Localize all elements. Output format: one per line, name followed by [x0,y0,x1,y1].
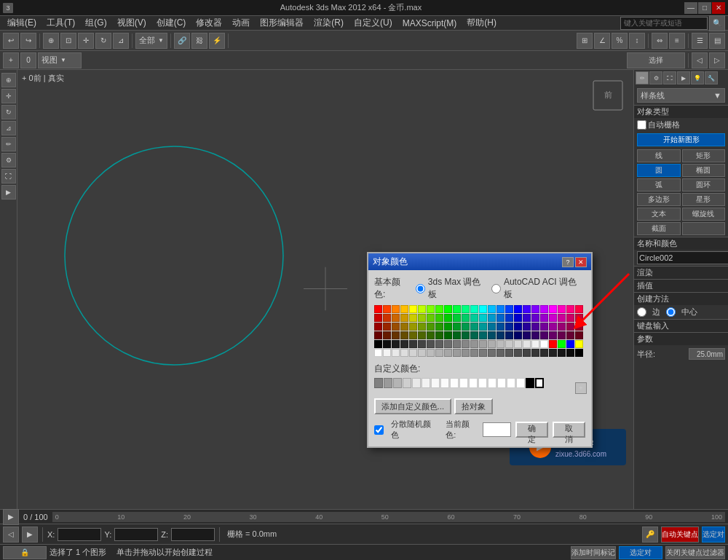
palette-cell-35[interactable] [470,314,478,322]
palette-cell-125[interactable] [418,349,426,357]
viewport-name-dropdown[interactable]: 视图 [38,52,82,68]
palette-cell-105[interactable] [453,340,461,348]
viewcube[interactable]: 前 [590,77,626,114]
lt-hierarchy-btn[interactable]: ⛶ [1,169,16,184]
shape-btn-section[interactable]: 截面 [637,222,681,235]
palette-cell-11[interactable] [470,305,478,313]
palette-cell-1[interactable] [383,305,391,313]
custom-swatch-0[interactable] [374,378,383,388]
custom-swatch-7[interactable] [440,378,449,388]
menu-customize[interactable]: 自定义(U) [349,15,397,31]
menu-graph-editor[interactable]: 图形编辑器 [256,15,308,31]
custom-swatch-2[interactable] [393,378,402,388]
palette-cell-0[interactable] [374,305,382,313]
palette-cell-50[interactable] [392,323,400,331]
palette-cell-54[interactable] [427,323,435,331]
palette-cell-137[interactable] [523,349,531,357]
dialog-close-button[interactable]: ✕ [575,257,587,267]
menu-render[interactable]: 渲染(R) [309,15,348,31]
palette-cell-70[interactable] [566,323,574,331]
palette-cell-7[interactable] [435,305,443,313]
palette-cell-52[interactable] [409,323,417,331]
palette-cell-49[interactable] [383,323,391,331]
palette-cell-92[interactable] [549,331,557,339]
palette-cell-102[interactable] [427,340,435,348]
palette-cell-91[interactable] [540,331,548,339]
random-color-checkbox[interactable] [374,425,384,435]
palette-cell-112[interactable] [514,340,522,348]
palette-cell-55[interactable] [435,323,443,331]
ribbon-button[interactable]: ▤ [709,33,725,49]
palette-cell-30[interactable] [427,314,435,322]
angle-snap-button[interactable]: ∠ [594,33,610,49]
palette-cell-132[interactable] [479,349,487,357]
custom-swatch-8[interactable] [450,378,459,388]
palette-cell-10[interactable] [462,305,470,313]
shape-btn-star[interactable]: 星形 [682,193,726,206]
palette-cell-109[interactable] [488,340,496,348]
palette-cell-48[interactable] [374,323,382,331]
palette-cell-42[interactable] [531,314,539,322]
palette-cell-94[interactable] [566,331,574,339]
palette-cell-89[interactable] [523,331,531,339]
palette-cell-77[interactable] [418,331,426,339]
add-custom-color-button[interactable]: 添加自定义颜色... [374,398,451,414]
palette-cell-78[interactable] [427,331,435,339]
rp-icon-create[interactable]: ✏ [636,71,649,84]
lt-rotate-btn[interactable]: ↻ [1,105,16,119]
shape-btn-ellipse[interactable]: 椭圆 [682,164,726,177]
rp-icon-motion[interactable]: ▶ [677,71,690,84]
palette-cell-124[interactable] [409,349,417,357]
palette-cell-113[interactable] [523,340,531,348]
custom-swatch-16[interactable] [526,378,534,388]
x-input[interactable] [58,528,101,541]
palette-cell-119[interactable] [575,340,583,348]
palette-cell-128[interactable] [444,349,452,357]
palette-cell-97[interactable] [383,340,391,348]
menu-group[interactable]: 组(G) [81,15,111,31]
add-color-icon[interactable]: + [575,382,587,394]
palette-cell-13[interactable] [488,305,496,313]
unlink-button[interactable]: ⛓ [191,33,207,49]
select-region-button[interactable]: ⊡ [60,33,76,49]
close-button[interactable]: ✕ [712,2,725,14]
palette-cell-39[interactable] [505,314,513,322]
menu-tools[interactable]: 工具(T) [42,15,79,31]
layer-button[interactable]: ☰ [692,33,708,49]
custom-swatch-11[interactable] [478,378,487,388]
palette-cell-115[interactable] [540,340,548,348]
palette-cell-64[interactable] [514,323,522,331]
palette-cell-68[interactable] [549,323,557,331]
palette-cell-135[interactable] [505,349,513,357]
palette-cell-53[interactable] [418,323,426,331]
palette-cell-21[interactable] [558,305,566,313]
menu-create[interactable]: 创建(C) [152,15,191,31]
palette-cell-44[interactable] [549,314,557,322]
bt-play-btn[interactable]: ▶ [22,527,38,543]
palette-cell-117[interactable] [558,340,566,348]
select-object-button[interactable]: ⊕ [43,33,59,49]
lt-move-btn[interactable]: ✛ [1,89,16,103]
bt-select-btn[interactable]: ◁ [3,527,19,543]
rotate-button[interactable]: ↻ [95,33,111,49]
percent-snap-button[interactable]: % [612,33,628,49]
add-keyframe-button[interactable]: 🔑 [642,527,658,543]
palette-cell-36[interactable] [479,314,487,322]
palette-cell-127[interactable] [435,349,443,357]
search-input[interactable] [620,17,708,30]
shape-btn-helix[interactable]: 螺旋线 [682,208,726,221]
filter-close-button[interactable]: 关闭关键点过滤器 [665,546,725,559]
palette-cell-138[interactable] [531,349,539,357]
auto-keyframe-toggle[interactable]: 自动关键点 [661,527,699,543]
palette-cell-140[interactable] [549,349,557,357]
palette-cell-15[interactable] [505,305,513,313]
link-button[interactable]: 🔗 [174,33,190,49]
palette-cell-24[interactable] [374,314,382,322]
palette-cell-86[interactable] [496,331,505,339]
rp-icon-hierarchy[interactable]: ⛶ [663,71,676,84]
palette-cell-33[interactable] [453,314,461,322]
palette-cell-129[interactable] [453,349,461,357]
palette-cell-57[interactable] [453,323,461,331]
palette-cell-120[interactable] [374,349,382,357]
palette-cell-81[interactable] [453,331,461,339]
